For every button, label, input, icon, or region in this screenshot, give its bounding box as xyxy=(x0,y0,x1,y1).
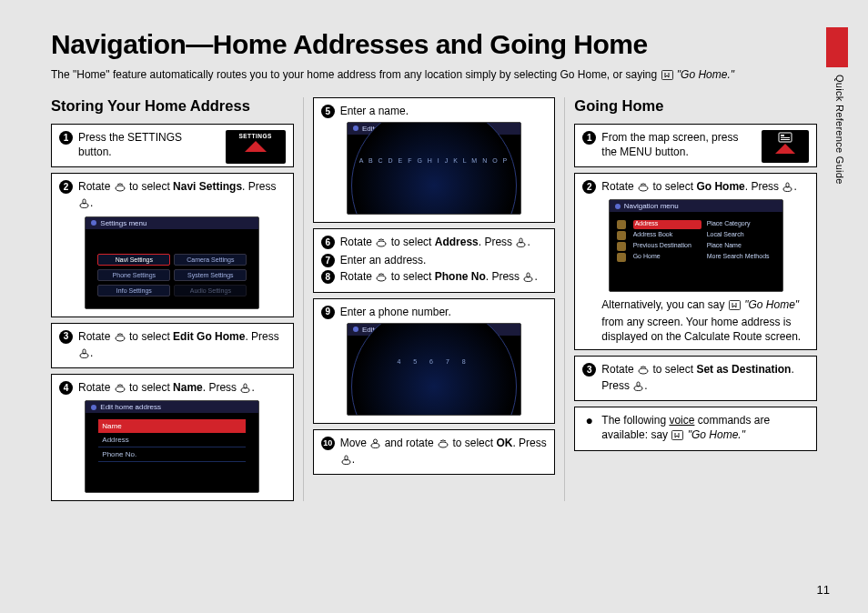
dial-icon xyxy=(438,437,449,452)
dial-icon xyxy=(638,364,649,378)
going-step-2-card: 2 Rotate to select Go Home. Press . Navi… xyxy=(574,173,817,350)
enter-icon xyxy=(341,454,351,468)
step-num-9: 9 xyxy=(321,306,335,319)
enter-icon xyxy=(240,382,250,397)
step-9-text: Enter a phone number. xyxy=(340,305,451,319)
svg-rect-24 xyxy=(781,139,790,140)
screenshot-edit-home: Edit home address Name Address Phone No. xyxy=(85,400,259,493)
heading-storing: Storing Your Home Address xyxy=(51,97,294,115)
menu-button-graphic xyxy=(762,130,809,163)
section-tab xyxy=(826,27,848,67)
side-label: Quick Reference Guide xyxy=(834,75,845,185)
dial-icon xyxy=(115,181,126,196)
svg-rect-23 xyxy=(781,137,790,138)
svg-point-1 xyxy=(116,186,125,191)
screenshot-settings-menu: Settings menu Navi Settings Camera Setti… xyxy=(85,216,259,309)
dial-icon xyxy=(115,382,126,397)
going-step-num-1: 1 xyxy=(582,131,596,145)
page: Quick Reference Guide Navigation—Home Ad… xyxy=(0,0,868,613)
step-num-3: 3 xyxy=(59,330,73,344)
joystick-icon xyxy=(370,437,380,452)
svg-rect-32 xyxy=(672,431,683,440)
step-6-text: Rotate to select Address. Press . xyxy=(340,235,530,251)
step-num-7: 7 xyxy=(321,254,335,267)
going-step-1-text: From the map screen, press the MENU butt… xyxy=(601,130,747,159)
step-5-card: 5 Enter a name. Edit name A B C D E F G … xyxy=(313,97,556,223)
enter-icon xyxy=(633,380,643,395)
screenshot-edit-phone: Edit phone number 4 5 6 7 8 xyxy=(347,323,521,416)
svg-point-29 xyxy=(639,368,648,374)
svg-point-7 xyxy=(116,387,125,392)
svg-point-13 xyxy=(377,276,386,281)
step-4-text: Rotate to select Name. Press . xyxy=(78,380,255,397)
svg-point-4 xyxy=(116,336,125,341)
step-num-1: 1 xyxy=(59,131,73,145)
svg-point-17 xyxy=(374,439,378,443)
step-num-10: 10 xyxy=(321,437,335,450)
going-step-num-2: 2 xyxy=(582,180,596,194)
voice-commands-card: ● The following voice commands are avail… xyxy=(574,407,817,450)
col-left: Storing Your Home Address 1 Press the SE… xyxy=(51,97,304,501)
dial-icon xyxy=(638,181,649,196)
dial-icon xyxy=(376,236,387,251)
enter-icon xyxy=(79,347,89,362)
step-2-text: Rotate to select Navi Settings. Press . xyxy=(78,179,286,212)
step-2-card: 2 Rotate to select Navi Settings. Press … xyxy=(51,173,294,317)
voice-icon xyxy=(661,69,673,85)
step-1-text: Press the SETTINGS button. xyxy=(78,130,206,159)
arrow-up-icon xyxy=(775,144,795,154)
bullet-icon: ● xyxy=(582,414,596,427)
settings-btn-label: SETTINGS xyxy=(238,133,272,139)
svg-point-18 xyxy=(439,442,448,447)
settings-button-graphic: SETTINGS xyxy=(226,130,286,164)
enter-icon xyxy=(516,236,526,251)
columns: Storing Your Home Address 1 Press the SE… xyxy=(51,97,817,501)
step-1-card: 1 Press the SETTINGS button. SETTINGS xyxy=(51,124,294,167)
step-10-text: Move and rotate to select OK. Press . xyxy=(340,436,548,468)
step-9-card: 9 Enter a phone number. Edit phone numbe… xyxy=(313,298,556,424)
screenshot-nav-menu: Navigation menu AddressPlace Category Ad… xyxy=(609,199,783,292)
going-step-3-card: 3 Rotate to select Set as Destination. P… xyxy=(574,356,817,401)
step-10-card: 10 Move and rotate to select OK. Press . xyxy=(313,429,556,475)
intro-a: The "Home" feature automatically routes … xyxy=(51,68,661,81)
svg-point-16 xyxy=(371,443,379,447)
intro-text: The "Home" feature automatically routes … xyxy=(51,67,806,85)
dial-icon xyxy=(115,331,126,346)
svg-point-25 xyxy=(639,186,648,191)
step-num-2: 2 xyxy=(59,180,73,194)
col-middle: 5 Enter a name. Edit name A B C D E F G … xyxy=(313,97,566,501)
page-title: Navigation—Home Addresses and Going Home xyxy=(51,29,817,60)
enter-icon xyxy=(523,271,533,286)
going-step-3-text: Rotate to select Set as Destination. Pre… xyxy=(601,362,809,395)
step-3-card: 3 Rotate to select Edit Go Home. Press . xyxy=(51,323,294,368)
step-num-5: 5 xyxy=(321,105,335,118)
going-step-1-card: 1 From the map screen, press the MENU bu… xyxy=(574,124,817,167)
voice-icon xyxy=(671,429,683,444)
page-number: 11 xyxy=(817,583,830,597)
screenshot-edit-name: Edit name A B C D E F G H I J K L M N O … xyxy=(347,122,521,215)
step-num-6: 6 xyxy=(321,236,335,249)
step-7-text: Enter an address. xyxy=(340,253,427,267)
enter-icon xyxy=(79,197,89,212)
step-num-4: 4 xyxy=(59,381,73,395)
intro-voice: "Go Home." xyxy=(677,68,734,81)
voice-commands-text: The following voice commands are availab… xyxy=(601,413,809,444)
step-3-text: Rotate to select Edit Go Home. Press . xyxy=(78,329,286,362)
menu-icon xyxy=(778,132,792,143)
svg-rect-0 xyxy=(661,71,672,80)
voice-icon xyxy=(729,299,741,314)
step-8-text: Rotate to select Phone No. Press . xyxy=(340,269,538,286)
enter-icon xyxy=(782,181,792,196)
step-4-card: 4 Rotate to select Name. Press . Edit ho… xyxy=(51,374,294,501)
svg-rect-28 xyxy=(729,301,740,310)
svg-point-10 xyxy=(377,241,386,246)
step-6-8-card: 6 Rotate to select Address. Press . 7 En… xyxy=(313,228,556,293)
going-step-2-alt: Alternatively, you can say "Go Home" fro… xyxy=(601,297,809,344)
col-right: Going Home 1 From the map screen, press … xyxy=(574,97,817,501)
going-step-num-3: 3 xyxy=(582,363,596,377)
arrow-up-icon xyxy=(245,141,267,152)
step-num-8: 8 xyxy=(321,270,335,284)
svg-rect-22 xyxy=(781,135,784,136)
dial-icon xyxy=(376,271,387,286)
going-step-2-text: Rotate to select Go Home. Press . xyxy=(601,179,796,196)
